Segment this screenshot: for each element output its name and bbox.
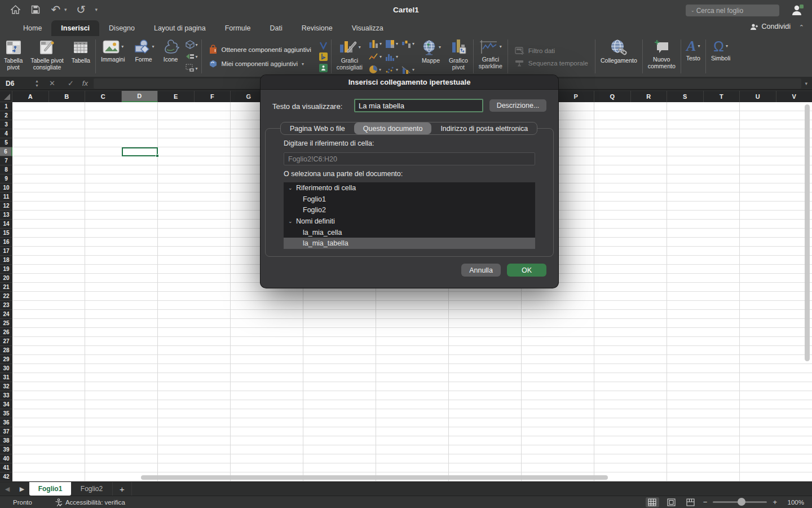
symbols-button[interactable]: Ω ▾ Simboli [707,36,734,77]
name-box[interactable]: D6 [0,80,35,87]
ribbon-tab-visualizza[interactable]: Visualizza [342,20,393,36]
horizontal-scrollbar-thumb[interactable] [141,475,608,480]
zoom-in-button[interactable]: + [773,498,777,506]
column-chart-button[interactable]: ▾ [369,38,382,50]
visio-data-button[interactable] [319,41,328,50]
dialog-tab-questo-documento[interactable]: Questo documento [354,122,432,134]
row-header-33[interactable]: 33 [0,391,12,400]
column-header-R[interactable]: R [631,91,668,102]
pictures-button[interactable]: ▾ Immagini [97,36,129,77]
add-sheet-button[interactable]: + [113,482,132,496]
row-header-28[interactable]: 28 [0,346,12,355]
row-header-26[interactable]: 26 [0,328,12,337]
row-header-34[interactable]: 34 [0,400,12,409]
row-header-40[interactable]: 40 [0,454,12,463]
column-header-Q[interactable]: Q [594,91,631,102]
new-comment-button[interactable]: Nuovo commento [644,36,679,77]
row-header-27[interactable]: 27 [0,337,12,346]
ribbon-tab-revisione[interactable]: Revisione [292,20,342,36]
ok-button[interactable]: OK [507,264,546,277]
select-all-corner[interactable] [0,91,12,102]
row-header-20[interactable]: 20 [0,274,12,283]
row-header-11[interactable]: 11 [0,192,12,202]
row-header-7[interactable]: 7 [0,156,12,165]
pivot-chart-button[interactable]: Grafico pivot [445,36,472,77]
row-header-18[interactable]: 18 [0,256,12,265]
bing-maps-button[interactable] [319,52,328,61]
column-header-P[interactable]: P [558,91,595,102]
column-header-B[interactable]: B [49,91,86,102]
text-button[interactable]: A ▾ Testo [682,36,704,77]
cell-reference-input[interactable] [284,152,535,165]
link-button[interactable]: Collegamento [597,36,641,77]
ribbon-tab-disegno[interactable]: Disegno [99,20,144,36]
sheet-tab-foglio2[interactable]: Foglio2 [71,482,113,496]
chevron-down-icon[interactable]: ⌄ [288,218,296,224]
row-header-37[interactable]: 37 [0,427,12,436]
zoom-out-button[interactable]: − [703,498,708,506]
line-chart-button[interactable]: ▾ [369,51,382,63]
column-header-U[interactable]: U [740,91,776,102]
people-graph-button[interactable] [319,64,328,72]
table-button[interactable]: Tabella [68,36,94,77]
display-text-input[interactable] [354,99,483,112]
ribbon-tab-dati[interactable]: Dati [261,20,292,36]
row-header-35[interactable]: 35 [0,409,12,418]
row-header-16[interactable]: 16 [0,238,12,247]
scatter-chart-button[interactable]: ▾ [385,64,398,76]
row-header-23[interactable]: 23 [0,301,12,310]
row-header-36[interactable]: 36 [0,418,12,427]
row-header-4[interactable]: 4 [0,129,12,138]
column-header-D[interactable]: D [122,91,158,102]
column-header-E[interactable]: E [158,91,195,102]
tree-item-foglio2[interactable]: Foglio2 [284,204,535,216]
row-header-29[interactable]: 29 [0,355,12,364]
account-avatar[interactable] [791,3,804,17]
3d-models-button[interactable]: ▾ [186,40,198,49]
dialog-tab-indirizzo-di-posta-elettronica[interactable]: Indirizzo di posta elettronica [431,122,537,134]
histogram-chart-button[interactable]: ▾ [385,51,398,63]
confirm-entry-icon[interactable]: ✓ [61,79,80,87]
zoom-slider[interactable] [713,501,767,503]
search-box[interactable]: ⌄ [686,5,779,16]
tree-item-la_mia_tabella[interactable]: la_mia_tabella [284,238,535,249]
recommended-pivot-tables-button[interactable]: Tabelle pivot consigliate [27,36,67,77]
description-button[interactable]: Descrizione... [489,99,546,112]
column-header-V[interactable]: V [776,91,812,102]
collapse-ribbon-icon[interactable]: ⌃ [799,24,804,31]
row-header-6[interactable]: 6 [0,147,12,156]
search-scope-dropdown-icon[interactable]: ⌄ [691,8,695,13]
row-header-1[interactable]: 1 [0,102,12,111]
zoom-slider-thumb[interactable] [738,498,745,506]
column-header-F[interactable]: F [195,91,231,102]
pivot-table-button[interactable]: Tabella pivot [0,36,27,77]
formula-bar-expand-icon[interactable]: ▾ [805,81,812,86]
column-header-C[interactable]: C [85,91,122,102]
normal-view-icon[interactable] [646,497,659,507]
tree-item-riferimento-di-cella[interactable]: ⌄Riferimento di cella [284,182,535,194]
name-box-stepper[interactable]: ▲▼ [35,79,43,87]
row-header-31[interactable]: 31 [0,373,12,382]
chevron-down-icon[interactable]: ⌄ [288,185,296,191]
row-header-19[interactable]: 19 [0,265,12,274]
share-button[interactable]: Condividi [750,23,791,30]
ribbon-tab-home[interactable]: Home [14,20,51,36]
row-header-2[interactable]: 2 [0,111,12,120]
row-header-42[interactable]: 42 [0,472,12,481]
row-header-9[interactable]: 9 [0,174,12,183]
row-header-13[interactable]: 13 [0,211,12,220]
my-addins-button[interactable]: Miei componenti aggiuntivi ▾ [209,59,311,68]
sheet-nav-left-icon[interactable]: ◀ [0,482,15,496]
tree-item-la_mia_cella[interactable]: la_mia_cella [284,227,535,238]
row-header-30[interactable]: 30 [0,364,12,373]
row-header-8[interactable]: 8 [0,165,12,174]
row-header-22[interactable]: 22 [0,292,12,301]
get-addins-button[interactable]: Ottenere componenti aggiuntivi [209,45,311,54]
pie-chart-button[interactable]: ▾ [369,64,382,76]
sheet-tab-foglio1[interactable]: Foglio1 [29,482,71,496]
ribbon-tab-layout-di-pagina[interactable]: Layout di pagina [144,20,215,36]
row-header-24[interactable]: 24 [0,310,12,319]
recommended-charts-button[interactable]: ▾ Grafici consigliati [333,36,367,77]
page-break-view-icon[interactable] [684,497,698,507]
row-header-38[interactable]: 38 [0,436,12,445]
